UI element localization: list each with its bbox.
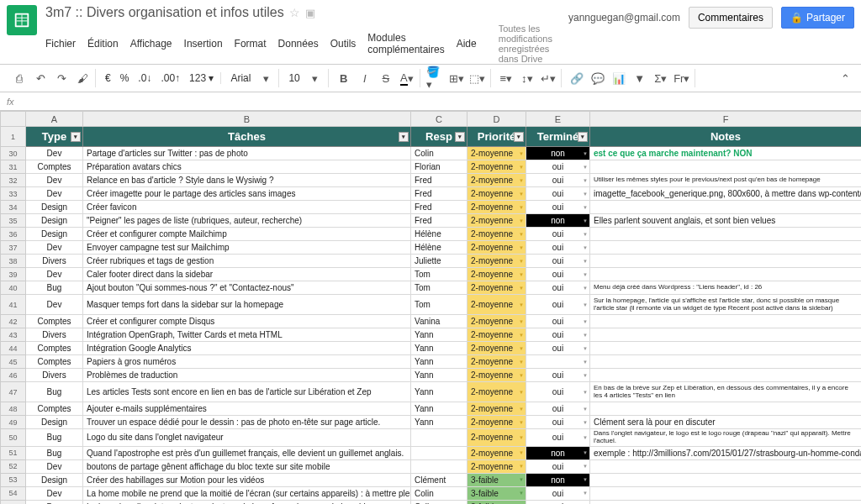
dropdown-arrow-icon[interactable]: ▼ xyxy=(583,407,588,412)
increase-decimal-button[interactable]: .00↑ xyxy=(157,72,183,84)
row-number[interactable]: 32 xyxy=(1,174,26,187)
col-header-e[interactable]: E xyxy=(526,112,590,127)
cell-note[interactable]: Dans l'onglet navigateur, le logo est le… xyxy=(590,429,862,447)
col-header-c[interactable]: C xyxy=(411,112,467,127)
cell-task[interactable]: Problèmes de traduction xyxy=(83,369,411,382)
user-email[interactable]: yannguegan@gmail.com xyxy=(568,12,680,24)
cell-note[interactable] xyxy=(590,328,862,342)
dropdown-arrow-icon[interactable]: ▼ xyxy=(519,205,524,210)
filter-dropdown-icon[interactable]: ▾ xyxy=(71,132,81,142)
cell-resp[interactable]: Fred xyxy=(411,174,467,187)
cell-task[interactable]: Masquer temps fort dans la sidebar sur l… xyxy=(83,295,411,315)
cell-termine[interactable]: oui▼ xyxy=(526,160,590,174)
cell-termine[interactable]: oui▼ xyxy=(526,328,590,342)
spreadsheet-grid[interactable]: A B C D E F 1 Type▾ Tâches▾ Resp▾ Priori… xyxy=(0,111,861,504)
dropdown-arrow-icon[interactable]: ▼ xyxy=(583,435,588,440)
cell-type[interactable]: Bug xyxy=(26,429,83,447)
cell-termine[interactable]: non▼ xyxy=(526,147,590,160)
row-number[interactable]: 49 xyxy=(1,416,26,429)
cell-termine[interactable]: oui▼ xyxy=(526,369,590,382)
row-number[interactable]: 38 xyxy=(1,255,26,268)
dropdown-arrow-icon[interactable]: ▼ xyxy=(583,178,588,183)
sheets-logo[interactable] xyxy=(7,5,37,35)
text-color-button[interactable]: A ▾ xyxy=(398,69,416,87)
insert-comment-icon[interactable]: 💬 xyxy=(589,69,607,87)
dropdown-arrow-icon[interactable]: ▼ xyxy=(583,192,588,197)
cell-task[interactable]: Ajout bouton "Qui sommes-nous ?" et "Con… xyxy=(83,281,411,295)
dropdown-arrow-icon[interactable]: ▼ xyxy=(519,373,524,378)
row-number[interactable]: 44 xyxy=(1,342,26,355)
dropdown-arrow-icon[interactable]: ▼ xyxy=(519,245,524,250)
insert-link-icon[interactable]: 🔗 xyxy=(568,69,586,87)
dropdown-arrow-icon[interactable]: ▼ xyxy=(519,178,524,183)
cell-task[interactable]: Créer des habillages sur Motion pour les… xyxy=(83,473,411,486)
cell-note[interactable] xyxy=(590,255,862,268)
dropdown-arrow-icon[interactable]: ▼ xyxy=(519,302,524,307)
dropdown-arrow-icon[interactable]: ▼ xyxy=(519,390,524,395)
borders-button[interactable]: ⊞▾ xyxy=(447,69,466,87)
filter-dropdown-icon[interactable]: ▾ xyxy=(455,132,465,142)
dropdown-arrow-icon[interactable]: ▼ xyxy=(583,286,588,291)
cell-priority[interactable]: 2-moyenne▼ xyxy=(467,295,526,315)
functions-button[interactable]: Σ▾ xyxy=(652,69,670,87)
row-number[interactable]: 54 xyxy=(1,486,26,500)
dropdown-arrow-icon[interactable]: ▼ xyxy=(583,491,588,496)
dropdown-arrow-icon[interactable]: ▼ xyxy=(519,151,524,156)
menu-affichage[interactable]: Affichage xyxy=(130,38,172,50)
row-number[interactable]: 46 xyxy=(1,369,26,382)
header-priorite[interactable]: Priorité▾ xyxy=(467,127,526,147)
row-number[interactable]: 42 xyxy=(1,315,26,328)
dropdown-arrow-icon[interactable]: ▼ xyxy=(583,373,588,378)
cell-task[interactable]: Préparation avatars chics xyxy=(83,160,411,174)
language-button[interactable]: Fr▾ xyxy=(673,69,691,87)
dropdown-arrow-icon[interactable]: ▼ xyxy=(583,205,588,210)
cell-type[interactable]: Dev xyxy=(26,295,83,315)
dropdown-arrow-icon[interactable]: ▼ xyxy=(583,319,588,324)
filter-dropdown-icon[interactable]: ▾ xyxy=(399,132,409,142)
menu-outils[interactable]: Outils xyxy=(330,38,357,50)
cell-termine[interactable]: oui▼ xyxy=(526,228,590,241)
wrap-button[interactable]: ↵▾ xyxy=(539,69,557,87)
cell-task[interactable]: Créer favicon xyxy=(83,201,411,214)
cell-resp[interactable]: Yann xyxy=(411,402,467,416)
cell-priority[interactable]: 2-moyenne▼ xyxy=(467,187,526,201)
dropdown-arrow-icon[interactable]: ▼ xyxy=(583,232,588,237)
more-formats-button[interactable]: 123 ▾ xyxy=(186,72,217,84)
cell-task[interactable]: Relance en bas d'article ? Style dans le… xyxy=(83,174,411,187)
dropdown-arrow-icon[interactable]: ▼ xyxy=(519,346,524,351)
filter-dropdown-icon[interactable]: ▾ xyxy=(514,132,524,142)
cell-termine[interactable]: oui▼ xyxy=(526,281,590,295)
cell-resp[interactable]: Colin xyxy=(411,500,467,504)
cell-task[interactable]: Logo du site dans l'onglet navigateur xyxy=(83,429,411,447)
cell-note[interactable] xyxy=(590,315,862,328)
dropdown-arrow-icon[interactable]: ▼ xyxy=(519,450,524,455)
paint-format-icon[interactable]: 🖌 xyxy=(73,69,92,87)
cell-resp[interactable]: Yann xyxy=(411,369,467,382)
cell-type[interactable]: Bug xyxy=(26,382,83,402)
percent-button[interactable]: % xyxy=(117,72,133,84)
cell-resp[interactable]: Yann xyxy=(411,342,467,355)
share-button[interactable]: 🔒Partager xyxy=(781,7,854,29)
cell-type[interactable]: Divers xyxy=(26,369,83,382)
cell-termine[interactable]: oui▼ xyxy=(526,459,590,473)
cell-task[interactable]: Envoyer campagne test sur Mailchimp xyxy=(83,241,411,255)
cell-resp[interactable] xyxy=(411,459,467,473)
dropdown-arrow-icon[interactable]: ▼ xyxy=(583,360,588,365)
strikethrough-button[interactable]: S xyxy=(377,69,395,87)
cell-priority[interactable]: 2-moyenne▼ xyxy=(467,342,526,355)
cell-termine[interactable]: oui▼ xyxy=(526,402,590,416)
dropdown-arrow-icon[interactable]: ▼ xyxy=(583,420,588,425)
cell-termine[interactable]: non▼ xyxy=(526,473,590,486)
cell-resp[interactable]: Tom xyxy=(411,281,467,295)
row-number[interactable]: 52 xyxy=(1,459,26,473)
cell-task[interactable]: La home mobile ne prend que la moitié de… xyxy=(83,486,411,500)
cell-type[interactable]: Dev xyxy=(26,486,83,500)
cell-resp[interactable]: Yann xyxy=(411,382,467,402)
folder-icon[interactable]: ▣ xyxy=(305,7,315,19)
print-icon[interactable]: ⎙ xyxy=(10,69,29,87)
cell-termine[interactable]: oui▼ xyxy=(526,295,590,315)
cell-note[interactable] xyxy=(590,459,862,473)
dropdown-arrow-icon[interactable]: ▼ xyxy=(583,450,588,455)
row-number[interactable]: 31 xyxy=(1,160,26,174)
cell-type[interactable]: Design xyxy=(26,201,83,214)
